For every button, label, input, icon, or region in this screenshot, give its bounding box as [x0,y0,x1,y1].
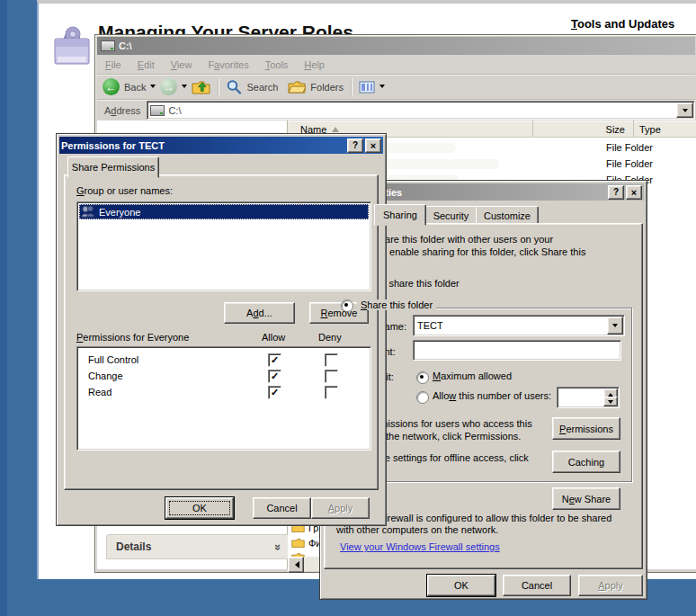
group-name: Everyone [99,207,140,218]
column-header-type[interactable]: Type [634,121,696,138]
share-this-folder-label[interactable]: Share this folder [357,299,436,310]
search-icon[interactable] [226,79,242,95]
views-icon[interactable] [359,81,375,94]
menu-tools[interactable]: Tools [257,57,297,73]
add-button[interactable]: Add... [224,302,295,324]
scroll-left-icon [291,561,299,568]
close-button[interactable]: × [365,138,381,153]
back-dropdown-icon[interactable] [150,85,156,91]
maximum-allowed-radio[interactable] [416,371,429,384]
ok-button[interactable]: OK [165,497,234,519]
allow-number-users-label[interactable]: Allow this number of users: [433,390,551,401]
sort-ascending-icon [332,127,339,132]
allow-number-users-radio[interactable] [416,391,429,404]
forward-dropdown-icon[interactable] [182,85,187,91]
users-group-icon [81,205,95,219]
toolbar: ← Back → Search Folders [97,75,695,100]
group-user-names-label: Group or user names: [76,185,173,196]
folder-icon [291,538,305,549]
help-button[interactable]: ? [608,185,624,200]
apply-button[interactable]: Apply [311,497,370,519]
explorer-title-bar[interactable]: C:\ [97,37,695,55]
group-user-list[interactable]: Everyone [76,201,371,291]
deny-checkbox-full-control[interactable]: ✓ [325,353,338,367]
spinner-down-button[interactable] [603,397,618,406]
file-row[interactable]: Фи [291,538,322,549]
user-limit-spinner[interactable] [557,387,620,408]
address-value: C:\ [168,105,181,116]
menu-favorites[interactable]: Favorites [200,57,256,73]
allow-checkbox-change[interactable]: ✓ [268,370,281,383]
share-permissions-dialog: Permissions for TECT ? × Share Permissio… [56,133,387,526]
permissions-button[interactable]: Permissions [552,417,620,440]
column-header-size[interactable]: Size [533,121,634,138]
file-type: File Folder [606,158,653,169]
folders-button-label[interactable]: Folders [310,82,344,93]
permissions-for-label: Permissions for Everyone [76,332,189,343]
list-item-everyone[interactable]: Everyone [79,204,369,219]
permissions-title: Permissions for TECT [61,140,165,151]
window-title: C:\ [119,40,132,51]
allow-checkbox-read[interactable]: ✓ [268,386,281,399]
details-panel-header[interactable]: Details » [106,534,291,559]
address-input[interactable]: C:\ [147,101,695,120]
tab-share-permissions[interactable]: Share Permissions [67,156,159,178]
share-name-value: TECT [417,320,443,331]
menu-file[interactable]: File [97,57,129,73]
tools-and-updates-section[interactable]: Tools and Updates [571,17,674,31]
address-label: Address [104,105,140,116]
permissions-title-bar[interactable]: Permissions for TECT ? × [59,137,383,154]
allow-column-header: Allow [262,332,285,343]
ok-button[interactable]: OK [427,575,495,596]
toolbar-separator [218,78,219,96]
share-this-folder-radio[interactable] [341,299,353,312]
toolbar-separator [351,78,352,96]
new-share-button[interactable]: New Share [552,487,620,510]
file-type: File Folder [606,142,653,153]
menu-edit[interactable]: Edit [129,57,163,73]
deny-column-header: Deny [318,332,342,343]
caching-button[interactable]: Caching [552,451,620,473]
drive-icon [150,105,165,116]
search-button-label[interactable]: Search [246,82,278,93]
comment-input[interactable] [413,340,621,361]
maximum-allowed-label[interactable]: Maximum allowed [433,370,512,381]
scroll-left-button[interactable] [288,557,304,573]
chevron-collapse-icon[interactable]: » [272,543,285,549]
server-security-toolbox-icon [51,23,93,68]
share-name-dropdown-button[interactable] [607,317,623,335]
deny-checkbox-change[interactable]: ✓ [325,370,338,383]
menu-bar: File Edit View Favorites Tools Help [97,55,695,75]
details-label: Details [116,540,151,553]
back-button-label[interactable]: Back [124,82,146,93]
tab-sharing[interactable]: Sharing [374,204,426,226]
cancel-button[interactable]: Cancel [503,575,571,596]
help-button[interactable]: ? [347,138,363,153]
address-dropdown-button[interactable] [676,103,693,118]
permission-name: Change [88,370,123,381]
views-dropdown-icon[interactable] [379,85,385,91]
permission-entries-list[interactable]: Full Control ✓ ✓ Change ✓ ✓ Read ✓ ✓ [76,346,371,451]
deny-checkbox-read[interactable]: ✓ [325,386,338,399]
permission-name: Read [88,387,112,397]
allow-checkbox-full-control[interactable]: ✓ [268,353,281,367]
menu-help[interactable]: Help [296,57,333,73]
forward-button[interactable]: → [160,78,177,95]
share-name-combobox[interactable]: TECT [413,315,625,336]
drive-icon [101,40,115,51]
apply-button[interactable]: Apply [578,575,643,596]
close-button[interactable]: × [626,185,642,200]
permission-name: Full Control [88,354,138,365]
cancel-button[interactable]: Cancel [253,497,311,519]
horizontal-scrollbar[interactable] [288,557,324,571]
back-button[interactable]: ← [103,78,120,95]
address-bar: Address C:\ [97,100,695,121]
up-folder-icon[interactable] [192,79,210,95]
desktop: Managing Your Server Roles Tools and Upd… [0,0,696,616]
folders-icon[interactable] [288,80,306,94]
menu-view[interactable]: View [163,57,201,73]
firewall-settings-link[interactable]: View your Windows Firewall settings [340,541,500,552]
